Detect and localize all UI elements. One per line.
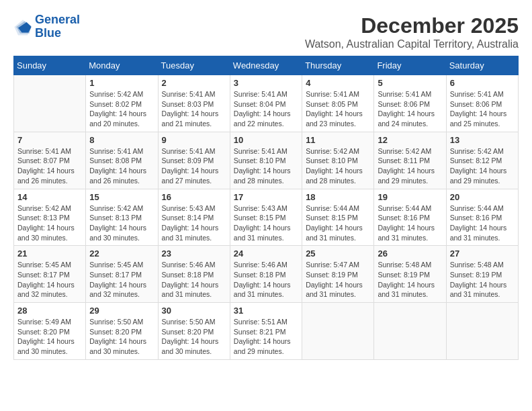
day-number: 21	[17, 248, 82, 259]
day-detail: Sunrise: 5:45 AM Sunset: 8:17 PM Dayligh…	[17, 260, 82, 300]
calendar-week-row: 1Sunrise: 5:42 AM Sunset: 8:02 PM Daylig…	[14, 75, 519, 132]
day-number: 15	[89, 192, 154, 202]
calendar-cell: 30Sunrise: 5:50 AM Sunset: 8:20 PM Dayli…	[158, 303, 230, 360]
calendar-table: SundayMondayTuesdayWednesdayThursdayFrid…	[13, 56, 519, 360]
calendar-cell: 20Sunrise: 5:44 AM Sunset: 8:16 PM Dayli…	[446, 189, 518, 246]
day-number: 16	[162, 192, 226, 202]
day-number: 1	[89, 78, 154, 88]
calendar-cell: 6Sunrise: 5:41 AM Sunset: 8:06 PM Daylig…	[446, 75, 518, 132]
day-detail: Sunrise: 5:41 AM Sunset: 8:04 PM Dayligh…	[234, 89, 298, 129]
calendar-cell: 28Sunrise: 5:49 AM Sunset: 8:20 PM Dayli…	[14, 303, 86, 360]
calendar-cell: 8Sunrise: 5:41 AM Sunset: 8:08 PM Daylig…	[86, 132, 158, 189]
weekday-header-sunday: Sunday	[14, 56, 86, 75]
day-number: 17	[234, 192, 298, 202]
day-number: 13	[450, 135, 515, 145]
calendar-week-row: 14Sunrise: 5:42 AM Sunset: 8:13 PM Dayli…	[14, 189, 519, 246]
logo-line2: Blue	[35, 26, 61, 40]
day-detail: Sunrise: 5:41 AM Sunset: 8:09 PM Dayligh…	[162, 146, 226, 186]
day-detail: Sunrise: 5:41 AM Sunset: 8:08 PM Dayligh…	[89, 146, 154, 186]
title-area: December 2025 Watson, Australian Capital…	[305, 13, 519, 50]
calendar-cell: 12Sunrise: 5:42 AM Sunset: 8:11 PM Dayli…	[374, 132, 446, 189]
day-detail: Sunrise: 5:50 AM Sunset: 8:20 PM Dayligh…	[89, 317, 154, 357]
calendar-cell: 17Sunrise: 5:43 AM Sunset: 8:15 PM Dayli…	[230, 189, 302, 246]
day-number: 19	[378, 192, 442, 202]
weekday-header-monday: Monday	[86, 56, 158, 75]
calendar-cell: 7Sunrise: 5:41 AM Sunset: 8:07 PM Daylig…	[14, 132, 86, 189]
calendar-week-row: 28Sunrise: 5:49 AM Sunset: 8:20 PM Dayli…	[14, 303, 519, 360]
day-detail: Sunrise: 5:44 AM Sunset: 8:16 PM Dayligh…	[450, 203, 515, 243]
day-detail: Sunrise: 5:48 AM Sunset: 8:19 PM Dayligh…	[378, 260, 442, 300]
day-detail: Sunrise: 5:41 AM Sunset: 8:05 PM Dayligh…	[306, 89, 370, 129]
day-detail: Sunrise: 5:47 AM Sunset: 8:19 PM Dayligh…	[306, 260, 370, 300]
calendar-cell	[374, 303, 446, 360]
day-detail: Sunrise: 5:45 AM Sunset: 8:17 PM Dayligh…	[89, 260, 154, 300]
calendar-cell: 25Sunrise: 5:47 AM Sunset: 8:19 PM Dayli…	[302, 246, 374, 303]
day-number: 24	[234, 248, 298, 259]
day-number: 28	[17, 306, 82, 316]
calendar-cell: 4Sunrise: 5:41 AM Sunset: 8:05 PM Daylig…	[302, 75, 374, 132]
header: General Blue December 2025 Watson, Austr…	[13, 13, 519, 50]
day-number: 11	[306, 135, 370, 145]
day-detail: Sunrise: 5:42 AM Sunset: 8:12 PM Dayligh…	[450, 146, 515, 186]
day-number: 12	[378, 135, 442, 145]
weekday-header-saturday: Saturday	[446, 56, 518, 75]
logo-text: General Blue	[35, 13, 80, 40]
calendar-cell: 26Sunrise: 5:48 AM Sunset: 8:19 PM Dayli…	[374, 246, 446, 303]
day-number: 29	[89, 306, 154, 316]
logo: General Blue	[13, 13, 80, 40]
calendar-header: SundayMondayTuesdayWednesdayThursdayFrid…	[14, 56, 519, 75]
day-detail: Sunrise: 5:46 AM Sunset: 8:18 PM Dayligh…	[234, 260, 298, 300]
calendar-cell	[446, 303, 518, 360]
calendar-cell: 13Sunrise: 5:42 AM Sunset: 8:12 PM Dayli…	[446, 132, 518, 189]
day-detail: Sunrise: 5:48 AM Sunset: 8:19 PM Dayligh…	[450, 260, 515, 300]
calendar-cell: 31Sunrise: 5:51 AM Sunset: 8:21 PM Dayli…	[230, 303, 302, 360]
day-number: 7	[17, 135, 82, 145]
day-detail: Sunrise: 5:43 AM Sunset: 8:14 PM Dayligh…	[162, 203, 226, 243]
day-detail: Sunrise: 5:41 AM Sunset: 8:06 PM Dayligh…	[378, 89, 442, 129]
day-number: 9	[162, 135, 226, 145]
weekday-header-friday: Friday	[374, 56, 446, 75]
calendar-cell: 22Sunrise: 5:45 AM Sunset: 8:17 PM Dayli…	[86, 246, 158, 303]
calendar-cell: 2Sunrise: 5:41 AM Sunset: 8:03 PM Daylig…	[158, 75, 230, 132]
weekday-header-tuesday: Tuesday	[158, 56, 230, 75]
day-detail: Sunrise: 5:42 AM Sunset: 8:11 PM Dayligh…	[378, 146, 442, 186]
day-number: 18	[306, 192, 370, 202]
day-number: 2	[162, 78, 226, 88]
day-detail: Sunrise: 5:50 AM Sunset: 8:20 PM Dayligh…	[162, 317, 226, 357]
day-detail: Sunrise: 5:44 AM Sunset: 8:15 PM Dayligh…	[306, 203, 370, 243]
calendar-cell: 14Sunrise: 5:42 AM Sunset: 8:13 PM Dayli…	[14, 189, 86, 246]
weekday-header-thursday: Thursday	[302, 56, 374, 75]
calendar-cell: 27Sunrise: 5:48 AM Sunset: 8:19 PM Dayli…	[446, 246, 518, 303]
day-detail: Sunrise: 5:42 AM Sunset: 8:02 PM Dayligh…	[89, 89, 154, 129]
calendar-cell: 10Sunrise: 5:41 AM Sunset: 8:10 PM Dayli…	[230, 132, 302, 189]
day-number: 25	[306, 248, 370, 259]
day-number: 26	[378, 248, 442, 259]
day-number: 23	[162, 248, 226, 259]
logo-line1: General	[35, 13, 80, 26]
day-detail: Sunrise: 5:41 AM Sunset: 8:10 PM Dayligh…	[234, 146, 298, 186]
day-number: 14	[17, 192, 82, 202]
calendar-cell: 1Sunrise: 5:42 AM Sunset: 8:02 PM Daylig…	[86, 75, 158, 132]
calendar-cell: 15Sunrise: 5:42 AM Sunset: 8:13 PM Dayli…	[86, 189, 158, 246]
weekday-header-row: SundayMondayTuesdayWednesdayThursdayFrid…	[14, 56, 519, 75]
day-number: 3	[234, 78, 298, 88]
day-number: 10	[234, 135, 298, 145]
day-detail: Sunrise: 5:42 AM Sunset: 8:10 PM Dayligh…	[306, 146, 370, 186]
day-number: 20	[450, 192, 515, 202]
day-number: 4	[306, 78, 370, 88]
day-detail: Sunrise: 5:43 AM Sunset: 8:15 PM Dayligh…	[234, 203, 298, 243]
day-detail: Sunrise: 5:41 AM Sunset: 8:07 PM Dayligh…	[17, 146, 82, 186]
calendar-cell: 24Sunrise: 5:46 AM Sunset: 8:18 PM Dayli…	[230, 246, 302, 303]
day-number: 5	[378, 78, 442, 88]
day-number: 22	[89, 248, 154, 259]
calendar-cell: 5Sunrise: 5:41 AM Sunset: 8:06 PM Daylig…	[374, 75, 446, 132]
day-number: 6	[450, 78, 515, 88]
calendar-cell: 19Sunrise: 5:44 AM Sunset: 8:16 PM Dayli…	[374, 189, 446, 246]
day-detail: Sunrise: 5:44 AM Sunset: 8:16 PM Dayligh…	[378, 203, 442, 243]
day-number: 27	[450, 248, 515, 259]
day-detail: Sunrise: 5:42 AM Sunset: 8:13 PM Dayligh…	[89, 203, 154, 243]
calendar-cell: 3Sunrise: 5:41 AM Sunset: 8:04 PM Daylig…	[230, 75, 302, 132]
logo-icon	[13, 17, 32, 36]
calendar-week-row: 7Sunrise: 5:41 AM Sunset: 8:07 PM Daylig…	[14, 132, 519, 189]
calendar-week-row: 21Sunrise: 5:45 AM Sunset: 8:17 PM Dayli…	[14, 246, 519, 303]
